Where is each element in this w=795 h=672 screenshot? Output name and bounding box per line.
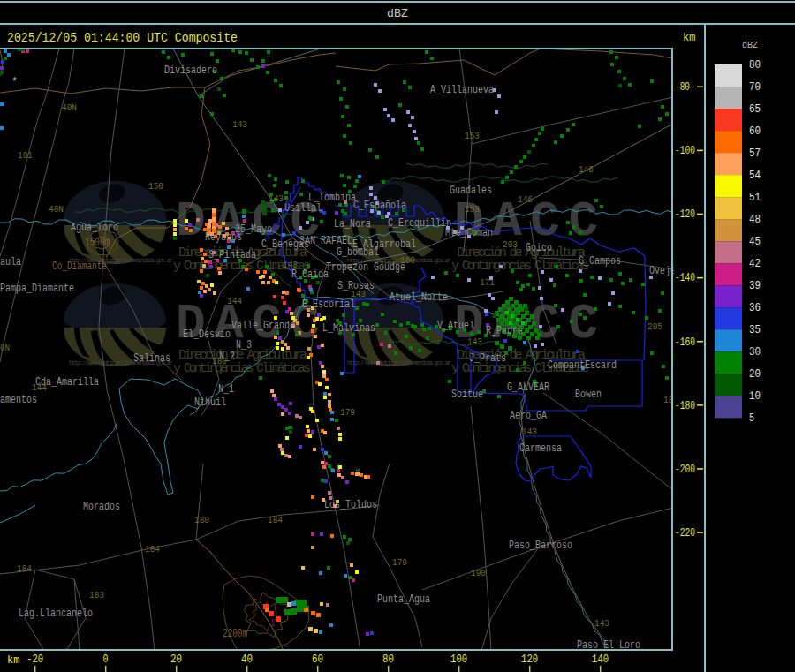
svg-text:Goico: Goico: [526, 242, 552, 254]
svg-text:203: 203: [503, 239, 518, 250]
svg-text:0N: 0N: [0, 343, 10, 353]
svg-text:dBZ: dBZ: [387, 7, 408, 20]
svg-text:Mte_Coman: Mte_Coman: [445, 227, 493, 239]
svg-text:2025/12/05 01:44:00 UTC Compos: 2025/12/05 01:44:00 UTC Composite: [7, 31, 238, 45]
svg-text:N_1: N_1: [218, 383, 234, 396]
svg-text:Morados: Morados: [83, 501, 120, 513]
svg-text:179: 179: [340, 407, 355, 418]
svg-text:km: km: [7, 654, 19, 667]
svg-text:20: 20: [170, 653, 182, 666]
svg-text:171: 171: [480, 277, 495, 288]
svg-text:2200m: 2200m: [223, 628, 247, 640]
svg-text:A_Villanueva: A_Villanueva: [430, 84, 494, 96]
svg-text:Punta_Agua: Punta_Agua: [377, 593, 430, 606]
svg-text:40: 40: [241, 653, 253, 666]
svg-text:183: 183: [89, 590, 104, 600]
svg-text:Co_Diamante: Co_Diamante: [52, 260, 107, 273]
svg-text:G_Campos: G_Campos: [579, 255, 621, 268]
svg-text:G_ALVEAR: G_ALVEAR: [507, 381, 549, 394]
svg-text:Nihuil: Nihuil: [194, 396, 226, 409]
svg-text:70: 70: [749, 81, 761, 94]
svg-text:-120: -120: [675, 208, 695, 221]
svg-text:-100: -100: [675, 145, 695, 157]
svg-text:E_Escorial: E_Escorial: [302, 298, 355, 311]
svg-text:184: 184: [17, 563, 32, 574]
svg-text:L_Malvinas: L_Malvinas: [322, 322, 375, 335]
svg-text:80: 80: [382, 653, 394, 666]
svg-text:La_Nora: La_Nora: [334, 218, 371, 230]
svg-text:Soitue: Soitue: [451, 389, 483, 401]
svg-text:51: 51: [749, 192, 761, 204]
svg-text:30: 30: [749, 346, 761, 359]
svg-text:amentos: amentos: [0, 394, 37, 406]
svg-text:150: 150: [148, 181, 163, 192]
svg-text:180: 180: [194, 515, 209, 525]
svg-text:C_Española: C_Española: [353, 200, 406, 212]
svg-text:153: 153: [465, 131, 480, 141]
svg-text:60: 60: [312, 653, 323, 666]
svg-text:80: 80: [749, 59, 761, 72]
svg-text:-80: -80: [675, 81, 690, 94]
svg-text:48: 48: [749, 214, 761, 226]
svg-text:C_Erequillin: C_Erequillin: [388, 217, 451, 230]
svg-text:143: 143: [269, 193, 284, 204]
svg-text:Tropezon Goudge: Tropezon Goudge: [326, 261, 405, 274]
svg-text:Pampa_Diamante: Pampa_Diamante: [0, 283, 74, 295]
svg-text:143: 143: [232, 119, 247, 130]
svg-text:144: 144: [227, 296, 242, 306]
svg-text:184: 184: [268, 515, 283, 525]
svg-text:Aero_GA: Aero_GA: [510, 410, 547, 422]
svg-text:V_Atuel: V_Atuel: [437, 320, 474, 332]
svg-text:Valle_Grande: Valle_Grande: [231, 320, 295, 332]
svg-text:35: 35: [749, 324, 761, 336]
svg-text:*: *: [11, 76, 18, 88]
svg-text:-200: -200: [675, 464, 695, 476]
svg-text:-160: -160: [675, 336, 695, 349]
svg-text:G_bombal: G_bombal: [337, 246, 379, 259]
svg-text:143: 143: [351, 289, 366, 299]
svg-text:100: 100: [450, 653, 467, 666]
svg-text:54: 54: [749, 170, 761, 182]
svg-text:36: 36: [749, 302, 761, 314]
svg-text:-180: -180: [675, 400, 695, 412]
svg-text:39: 39: [749, 280, 761, 292]
svg-text:160: 160: [400, 255, 415, 266]
svg-text:Usillal: Usillal: [284, 202, 322, 215]
svg-text:40N: 40N: [62, 102, 77, 113]
svg-text:143: 143: [594, 618, 610, 629]
svg-text:Bowen: Bowen: [575, 389, 602, 401]
svg-text:0: 0: [103, 653, 109, 666]
svg-text:190: 190: [471, 568, 486, 578]
svg-text:-220: -220: [675, 527, 695, 540]
svg-text:10: 10: [749, 390, 761, 403]
svg-text:y Contingencias Climáticas: y Contingencias Climáticas: [451, 259, 589, 274]
svg-text:El_Desvio: El_Desvio: [183, 328, 231, 341]
svg-text:153: 153: [465, 204, 480, 215]
svg-text:143: 143: [522, 427, 537, 437]
svg-text:N_3: N_3: [236, 339, 252, 351]
svg-text:-20: -20: [26, 653, 43, 666]
svg-text:42: 42: [749, 258, 761, 270]
svg-text:179: 179: [392, 557, 407, 568]
svg-text:C_Benegas: C_Benegas: [261, 238, 309, 251]
svg-text:57: 57: [749, 147, 761, 160]
svg-text:Lag.Llancanelo: Lag.Llancanelo: [19, 608, 93, 620]
svg-text:km: km: [683, 32, 695, 44]
svg-text:dBZ: dBZ: [742, 39, 758, 50]
svg-text:143: 143: [467, 336, 482, 347]
svg-text:Los_Toldos: Los_Toldos: [324, 499, 377, 511]
svg-text:J_Prats: J_Prats: [469, 352, 506, 365]
svg-text:http://www.contingencias.mendo: http://www.contingencias.mendoza.gov.ar: [347, 359, 451, 366]
svg-text:1500m: 1500m: [85, 237, 110, 249]
svg-text:Guadales: Guadales: [450, 185, 492, 197]
svg-text:140: 140: [592, 653, 609, 666]
svg-text:5: 5: [749, 412, 754, 425]
svg-text:65: 65: [749, 103, 761, 116]
svg-text:Atuel_Norte: Atuel_Norte: [390, 291, 448, 304]
svg-text:-140: -140: [675, 272, 695, 284]
svg-text:40N: 40N: [49, 204, 64, 215]
svg-text:146: 146: [518, 194, 533, 205]
svg-text:205: 205: [647, 321, 662, 332]
svg-text:CompantEscard: CompantEscard: [548, 359, 617, 372]
svg-text:180: 180: [212, 356, 227, 366]
